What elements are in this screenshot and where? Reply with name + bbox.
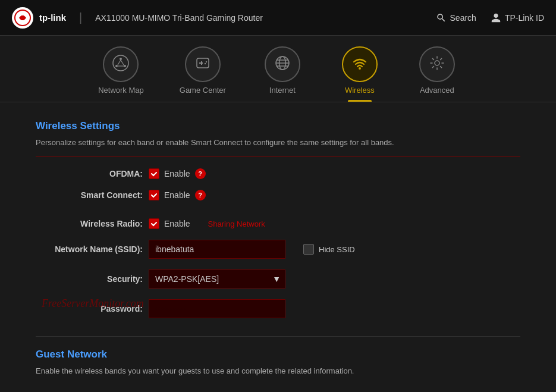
nav-icon-advanced-circle: [419, 46, 455, 82]
nav-item-internet[interactable]: Internet: [244, 42, 321, 102]
nav-item-game-center[interactable]: Game Center: [162, 42, 244, 102]
ofdma-checkbox[interactable]: [149, 168, 159, 179]
nav-icon-network-map-circle: [103, 46, 139, 82]
wireless-radio-checkbox-container: Enable: [149, 218, 190, 229]
nav-label-internet: Internet: [269, 86, 296, 95]
hide-ssid-label: Hide SSID: [319, 245, 355, 254]
check-icon: [150, 220, 158, 227]
ofdma-help-icon[interactable]: ?: [195, 168, 206, 179]
hide-ssid-checkbox[interactable]: [303, 244, 314, 255]
guest-network-title: Guest Network: [36, 349, 520, 360]
svg-point-20: [435, 61, 439, 65]
header-right: Search TP-Link ID: [436, 12, 544, 23]
svg-point-13: [205, 63, 206, 64]
nav-item-network-map[interactable]: Network Map: [80, 42, 162, 102]
search-label: Search: [450, 13, 476, 23]
security-select[interactable]: WPA2-PSK[AES]: [149, 269, 285, 288]
sharing-network-link[interactable]: Sharing Network: [208, 219, 265, 228]
nav-bar: Network Map Game Center Internet Wireles…: [0, 36, 556, 102]
router-title: AX11000 MU-MIMO Tri-Band Gaming Router: [95, 13, 263, 23]
wireless-icon: [351, 54, 369, 74]
smart-connect-label: Smart Connect:: [36, 190, 143, 200]
guest-network-section: Guest Network Enable the wireless bands …: [36, 336, 520, 375]
wireless-settings-form: OFDMA: Enable ? Smart Connect: Enable: [36, 168, 520, 318]
nav-icon-wireless-circle: [342, 46, 378, 82]
search-button[interactable]: Search: [436, 12, 476, 23]
smart-connect-enable-label: Enable: [164, 190, 190, 200]
wireless-settings-title: Wireless Settings: [36, 120, 520, 132]
password-row: Password:: [36, 299, 520, 318]
security-row: Security: WPA2-PSK[AES] ▼: [36, 269, 520, 288]
header-divider: |: [79, 11, 82, 24]
nav-label-advanced: Advanced: [420, 86, 454, 95]
brand-name: tp-link: [39, 12, 66, 23]
svg-line-7: [118, 60, 121, 65]
check-icon: [150, 170, 158, 177]
security-label: Security:: [36, 274, 143, 284]
nav-label-network-map: Network Map: [98, 86, 144, 95]
wireless-radio-enable-label: Enable: [164, 219, 190, 228]
security-select-wrapper: WPA2-PSK[AES] ▼: [149, 269, 285, 288]
internet-icon: [274, 54, 291, 74]
wireless-radio-checkbox[interactable]: [149, 218, 159, 229]
ofdma-enable-label: Enable: [164, 169, 190, 178]
network-name-row: Network Name (SSID): Hide SSID: [36, 240, 520, 259]
ofdma-row: OFDMA: Enable ?: [36, 168, 520, 179]
nav-item-advanced[interactable]: Advanced: [398, 42, 476, 102]
advanced-icon: [428, 54, 446, 74]
ofdma-checkbox-container: Enable ?: [149, 168, 206, 179]
guest-network-desc: Enable the wireless bands you want your …: [36, 366, 520, 375]
header: tp-link | AX11000 MU-MIMO Tri-Band Gamin…: [0, 0, 556, 36]
network-name-label: Network Name (SSID):: [36, 244, 143, 254]
smart-connect-checkbox[interactable]: [149, 190, 159, 200]
main-content: Wireless Settings Personalize settings f…: [0, 102, 556, 392]
tplink-id-button[interactable]: TP-Link ID: [491, 12, 544, 23]
ofdma-label: OFDMA:: [36, 169, 143, 178]
svg-point-19: [359, 67, 361, 70]
user-icon: [491, 12, 501, 23]
main-wrapper: Wireless Settings Personalize settings f…: [0, 102, 556, 392]
svg-line-8: [121, 60, 124, 65]
nav-icon-internet-circle: [265, 46, 300, 82]
tplink-id-label: TP-Link ID: [505, 13, 544, 23]
svg-point-12: [206, 61, 207, 62]
svg-rect-11: [199, 62, 203, 64]
svg-point-6: [124, 65, 126, 67]
wireless-radio-row: Wireless Radio: Enable Sharing Network: [36, 218, 520, 229]
network-name-input[interactable]: [149, 240, 285, 259]
check-icon: [150, 192, 158, 199]
password-input[interactable]: [149, 299, 285, 318]
logo-area: tp-link | AX11000 MU-MIMO Tri-Band Gamin…: [12, 7, 263, 29]
nav-label-game-center: Game Center: [180, 86, 226, 95]
nav-icon-game-center-circle: [185, 46, 221, 82]
network-map-icon: [112, 54, 130, 74]
wireless-settings-section: Wireless Settings Personalize settings f…: [36, 120, 520, 156]
game-center-icon: [194, 54, 212, 74]
tplink-logo-icon: [12, 7, 33, 29]
password-label: Password:: [36, 304, 143, 313]
nav-item-wireless[interactable]: Wireless: [321, 42, 398, 102]
hide-ssid-container: Hide SSID: [303, 244, 355, 255]
smart-connect-help-icon[interactable]: ?: [195, 190, 206, 200]
search-icon: [436, 12, 447, 23]
svg-point-3: [113, 55, 128, 71]
wireless-settings-desc: Personalize settings for each band or en…: [36, 138, 520, 156]
svg-point-2: [20, 15, 25, 20]
smart-connect-row: Smart Connect: Enable ?: [36, 190, 520, 200]
svg-point-4: [120, 58, 122, 60]
nav-label-wireless: Wireless: [345, 86, 375, 95]
svg-point-5: [115, 65, 118, 67]
smart-connect-checkbox-container: Enable ?: [149, 190, 206, 200]
wireless-radio-label: Wireless Radio:: [36, 219, 143, 228]
